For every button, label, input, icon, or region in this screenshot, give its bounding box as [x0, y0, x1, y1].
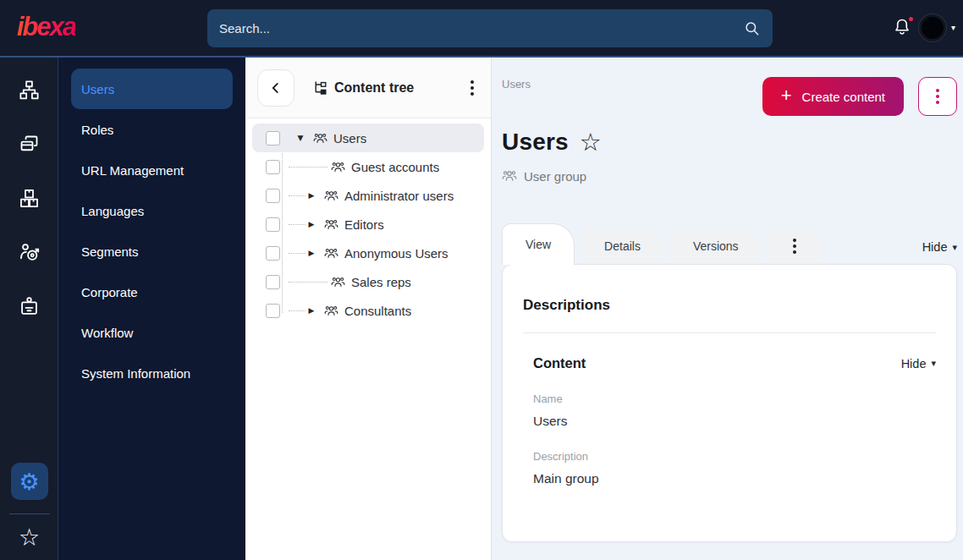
pages-icon[interactable] — [0, 117, 58, 171]
user-group-icon — [331, 160, 345, 174]
sidebar-item-label: Corporate — [81, 285, 138, 299]
field-label: Name — [533, 393, 936, 405]
sidebar-item-roles[interactable]: Roles — [71, 109, 233, 150]
notifications-button[interactable] — [892, 17, 914, 39]
field-name: Name Users — [533, 393, 936, 429]
content-tree-header: Content tree — [245, 58, 491, 118]
user-group-icon — [502, 168, 517, 184]
tree-item-label: Guest accounts — [351, 160, 439, 174]
user-avatar[interactable] — [919, 14, 946, 41]
caret-right-icon[interactable]: ▶ — [305, 220, 317, 228]
sitemap-icon[interactable] — [0, 63, 58, 117]
settings-button[interactable]: ⚙ — [11, 463, 48, 500]
hide-section-toggle[interactable]: Hide ▾ — [901, 357, 936, 371]
tree-connector — [289, 253, 305, 254]
tree-item-label: Anonymous Users — [344, 246, 448, 261]
field-description: Description Main group — [533, 450, 936, 486]
tree-item-label: Users — [333, 131, 366, 145]
topbar: ibexa ▾ — [0, 0, 963, 58]
tab-details[interactable]: Details — [581, 228, 663, 264]
field-value: Main group — [533, 471, 936, 486]
user-group-icon — [324, 304, 338, 318]
create-content-label: Create content — [802, 90, 885, 104]
tree-item-anonymous-users[interactable]: ▶ Anonymous Users — [252, 239, 484, 267]
caret-down-icon[interactable]: ▼ — [294, 134, 306, 142]
products-boxes-icon[interactable] — [0, 171, 58, 225]
profile-caret-icon[interactable]: ▾ — [951, 23, 955, 32]
content-tree-title-text: Content tree — [334, 80, 414, 96]
sidebar-item-segments[interactable]: Segments — [71, 231, 233, 272]
content-section-heading: Content — [533, 355, 586, 371]
main-content: Users + Create content Users ☆ User grou… — [492, 58, 963, 560]
content-tree-panel: Content tree ▼ Users Guest accounts — [245, 58, 492, 560]
tab-label: View — [526, 238, 551, 251]
tree-checkbox[interactable] — [266, 160, 280, 174]
global-search — [207, 9, 773, 47]
tree-connector — [289, 282, 327, 283]
sidebar-item-corporate[interactable]: Corporate — [71, 272, 233, 312]
admin-sidebar: Users Roles URL Management Languages Seg… — [58, 58, 245, 560]
bookmarks-button[interactable]: ☆ — [0, 519, 58, 557]
chevron-left-icon — [267, 79, 285, 97]
more-actions-button[interactable] — [918, 77, 957, 116]
audience-target-icon[interactable] — [0, 225, 58, 279]
tab-view[interactable]: View — [502, 223, 575, 265]
hide-tabs-toggle[interactable]: Hide ▾ — [922, 240, 957, 264]
content-section: Content Hide ▾ Name Users Description Ma… — [533, 355, 936, 486]
sidebar-item-label: Users — [81, 82, 114, 96]
tree-checkbox[interactable] — [266, 275, 280, 289]
sidebar-item-url-management[interactable]: URL Management — [71, 150, 233, 190]
tree-connector — [289, 224, 305, 225]
tree-checkbox[interactable] — [266, 189, 280, 203]
sidebar-item-label: Roles — [81, 123, 113, 137]
user-group-icon — [324, 246, 338, 261]
field-label: Description — [533, 450, 936, 463]
kebab-icon — [788, 233, 801, 259]
search-input[interactable] — [219, 21, 744, 36]
tree-item-label: Consultants — [344, 304, 411, 318]
caret-right-icon[interactable]: ▶ — [305, 191, 317, 200]
breadcrumb[interactable]: Users — [502, 78, 531, 91]
search-icon[interactable] — [744, 20, 761, 37]
gear-icon: ⚙ — [19, 470, 39, 493]
tree-checkbox[interactable] — [266, 246, 280, 261]
sidebar-item-workflow[interactable]: Workflow — [71, 312, 233, 353]
sidebar-item-languages[interactable]: Languages — [71, 190, 233, 231]
bookmark-star-icon[interactable]: ☆ — [580, 130, 602, 155]
create-content-button[interactable]: + Create content — [762, 77, 904, 116]
tree-checkbox[interactable] — [266, 131, 280, 145]
caret-down-icon: ▾ — [931, 358, 936, 369]
descriptions-heading: Descriptions — [523, 297, 936, 314]
tree-connector — [289, 195, 305, 196]
tree-item-sales-reps[interactable]: Sales reps — [252, 267, 484, 296]
tree-checkbox[interactable] — [266, 217, 280, 232]
tab-more-menu[interactable] — [768, 228, 821, 264]
tree-item-users[interactable]: ▼ Users — [252, 124, 484, 152]
view-tab-panel: Descriptions Content Hide ▾ Name Users — [502, 264, 957, 542]
tab-versions[interactable]: Versions — [670, 228, 762, 264]
tree-item-editors[interactable]: ▶ Editors — [252, 210, 484, 239]
sidebar-item-system-information[interactable]: System Information — [71, 353, 233, 393]
star-icon: ☆ — [19, 526, 40, 550]
tree-item-administrator-users[interactable]: ▶ Administrator users — [252, 181, 484, 210]
tree-item-consultants[interactable]: ▶ Consultants — [252, 296, 484, 325]
ibexa-logo[interactable]: ibexa — [17, 12, 75, 42]
icon-rail: ⚙ ☆ — [0, 58, 58, 560]
collapse-tree-button[interactable] — [257, 69, 294, 107]
user-group-icon — [324, 217, 338, 232]
sidebar-item-users[interactable]: Users — [71, 69, 233, 109]
sidebar-item-label: Languages — [81, 204, 144, 218]
hide-label: Hide — [901, 357, 927, 371]
page-title: Users — [502, 129, 569, 156]
hide-label: Hide — [922, 240, 948, 254]
corporate-badge-icon[interactable] — [0, 279, 58, 333]
tree-item-guest-accounts[interactable]: Guest accounts — [252, 152, 484, 181]
tree-kebab-menu[interactable] — [465, 75, 479, 101]
user-group-icon — [313, 131, 327, 145]
tree-checkbox[interactable] — [266, 304, 280, 318]
sidebar-item-label: URL Management — [81, 163, 184, 178]
tree-connector — [289, 310, 305, 311]
user-group-icon — [324, 189, 338, 203]
caret-right-icon[interactable]: ▶ — [305, 306, 317, 315]
caret-right-icon[interactable]: ▶ — [305, 249, 317, 257]
